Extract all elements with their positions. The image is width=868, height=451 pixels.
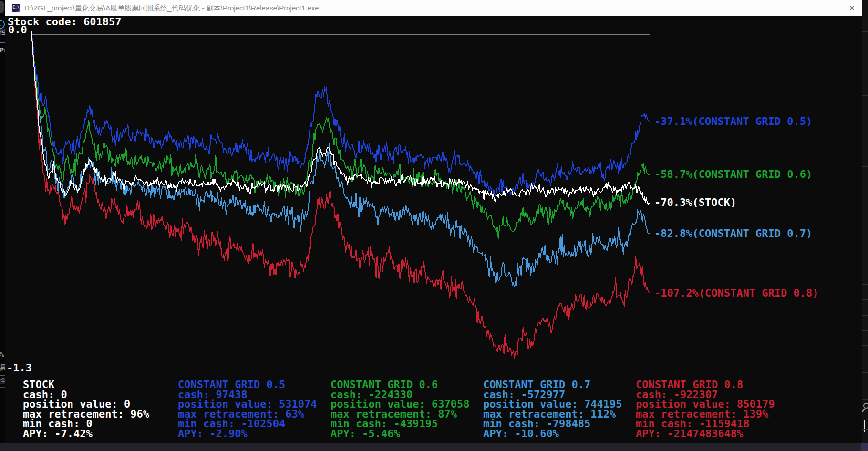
series-end-label: -107.2%(CONSTANT GRID 0.8) — [654, 287, 818, 299]
stats-line: APY: -2147483648% — [636, 429, 775, 439]
background-window-fragment — [862, 315, 868, 316]
taskbar-strip-accent — [861, 443, 868, 451]
stats-line: APY: -5.46% — [331, 429, 469, 439]
series-end-label: -37.1%(CONSTANT GRID 0.5) — [654, 115, 812, 128]
background-window-fragment — [862, 284, 868, 285]
taskbar-strip — [0, 443, 868, 451]
background-window-fragment — [862, 345, 868, 346]
background-window-fragment — [862, 399, 868, 400]
stats-line: APY: -7.42% — [23, 429, 149, 439]
series-end-label: -82.8%(CONSTANT GRID 0.7) — [654, 227, 812, 240]
desktop-background: { "window": { "title": "D:\\ZGL_project\… — [0, 0, 868, 451]
stats-column: STOCKcash: 0position value: 0max retrace… — [23, 380, 149, 439]
series-end-label: -58.7%(CONSTANT GRID 0.6) — [654, 168, 812, 181]
background-window-fragment — [862, 429, 868, 430]
stats-line: APY: -10.60% — [483, 429, 622, 439]
stats-column: CONSTANT GRID 0.6cash: -224330position v… — [331, 380, 469, 439]
magnifier-icon — [862, 402, 868, 413]
background-window-fragment — [862, 372, 868, 373]
background-window-fragment — [862, 31, 868, 32]
background-window-fragment — [862, 299, 868, 300]
background-window-fragment — [862, 95, 868, 96]
background-window-fragment — [862, 330, 868, 331]
stats-column: CONSTANT GRID 0.8cash: -922307position v… — [636, 380, 775, 439]
stats-line: APY: -2.90% — [178, 429, 317, 439]
background-scrollbar-fragment — [864, 420, 865, 432]
background-window-fragment — [862, 0, 868, 443]
background-window-fragment — [862, 166, 868, 167]
stats-column: CONSTANT GRID 0.7cash: -572977position v… — [483, 380, 622, 439]
series-end-label: -70.3%(STOCK) — [654, 196, 736, 209]
series-line-stock — [31, 31, 650, 205]
stats-column: CONSTANT GRID 0.5cash: 97438position val… — [178, 380, 317, 439]
